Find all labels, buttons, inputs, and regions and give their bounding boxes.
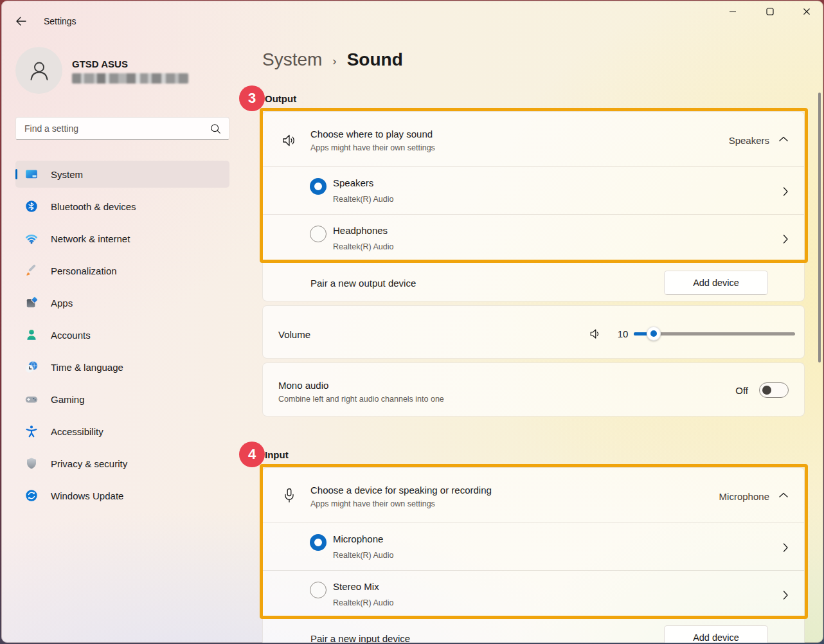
- device-detail: Realtek(R) Audio: [333, 195, 394, 204]
- chevron-right-icon[interactable]: [782, 542, 789, 553]
- chevron-right-icon[interactable]: [782, 234, 789, 244]
- sidebar-item-label: Apps: [51, 298, 73, 309]
- search-box[interactable]: [15, 117, 229, 140]
- breadcrumb-parent[interactable]: System: [262, 49, 322, 70]
- sidebar-item-label: Personalization: [51, 265, 117, 276]
- breadcrumb: System › Sound: [262, 49, 403, 70]
- choose-input-title: Choose a device for speaking or recordin…: [310, 485, 492, 496]
- person-icon: [27, 58, 51, 83]
- input-section-label: Input: [265, 449, 289, 460]
- device-name: Microphone: [333, 533, 383, 544]
- search-icon: [210, 123, 221, 134]
- input-device-row-stereo-mix[interactable]: Stereo Mix Realtek(R) Audio: [263, 570, 804, 618]
- time-language-icon: [25, 361, 38, 373]
- pair-input-row: Pair a new input device Add device: [263, 618, 804, 643]
- sidebar-item-system[interactable]: System: [15, 161, 229, 188]
- sidebar-item-bluetooth-devices[interactable]: Bluetooth & devices: [15, 193, 229, 220]
- sidebar-item-time-language[interactable]: Time & language: [15, 353, 229, 380]
- input-device-group: Choose a device for speaking or recordin…: [262, 467, 805, 643]
- choose-output-title: Choose where to play sound: [310, 129, 433, 139]
- add-output-device-button[interactable]: Add device: [664, 271, 768, 295]
- choose-input-subtitle: Apps might have their own settings: [310, 499, 435, 508]
- personalization-icon: [25, 264, 38, 277]
- avatar[interactable]: [15, 47, 62, 94]
- sidebar-item-label: Accounts: [51, 330, 91, 341]
- sidebar-item-apps[interactable]: Apps: [15, 289, 229, 316]
- radio-selected[interactable]: [310, 178, 327, 195]
- sidebar-item-windows-update[interactable]: Windows Update: [15, 482, 229, 509]
- search-input[interactable]: [24, 118, 204, 139]
- device-name: Headphones: [333, 225, 388, 236]
- sidebar-item-label: Accessibility: [51, 426, 103, 437]
- chevron-right-icon[interactable]: [782, 186, 789, 197]
- device-detail: Realtek(R) Audio: [333, 242, 394, 251]
- sidebar-item-accounts[interactable]: Accounts: [15, 321, 229, 348]
- mono-audio-toggle[interactable]: [759, 382, 789, 398]
- output-device-group: Choose where to play sound Apps might ha…: [262, 111, 805, 301]
- back-button[interactable]: [14, 14, 28, 28]
- output-device-row-headphones[interactable]: Headphones Realtek(R) Audio: [263, 214, 804, 262]
- volume-label: Volume: [278, 329, 310, 340]
- step-3-badge: 3: [239, 85, 265, 111]
- sidebar-item-privacy-security[interactable]: Privacy & security: [15, 450, 229, 477]
- radio-unselected[interactable]: [310, 582, 327, 598]
- sidebar-item-accessibility[interactable]: Accessibility: [15, 418, 229, 445]
- radio-unselected[interactable]: [310, 226, 327, 242]
- sidebar-item-label: Time & language: [51, 362, 123, 373]
- input-device-row-microphone[interactable]: Microphone Realtek(R) Audio: [263, 523, 804, 570]
- main-content: System › Sound 3 Output Choose where to …: [262, 1, 805, 643]
- radio-selected[interactable]: [310, 534, 327, 551]
- apps-icon: [25, 296, 38, 309]
- chevron-up-icon[interactable]: [778, 136, 789, 143]
- input-section-header: 4 Input: [264, 442, 289, 467]
- volume-slider-thumb[interactable]: [647, 326, 661, 341]
- device-name: Speakers: [333, 177, 373, 188]
- chevron-right-icon[interactable]: [782, 590, 789, 600]
- device-detail: Realtek(R) Audio: [333, 598, 394, 607]
- volume-card: Volume 10: [262, 305, 805, 359]
- input-selected-value: Microphone: [719, 491, 769, 502]
- mono-audio-state: Off: [735, 385, 748, 396]
- sidebar-item-label: Network & internet: [51, 233, 130, 244]
- output-section-header: 3 Output: [264, 85, 296, 111]
- volume-value: 10: [615, 328, 631, 339]
- microphone-icon: [283, 488, 296, 503]
- sidebar-item-label: System: [51, 169, 83, 180]
- windows-update-icon: [25, 489, 38, 502]
- chevron-up-icon[interactable]: [778, 492, 789, 499]
- pair-input-label: Pair a new input device: [310, 633, 410, 643]
- bluetooth-icon: [25, 200, 38, 213]
- device-name: Stereo Mix: [333, 581, 379, 592]
- account-name: GTSD ASUS: [72, 58, 128, 69]
- output-section-label: Output: [265, 93, 296, 104]
- choose-output-row[interactable]: Choose where to play sound Apps might ha…: [263, 112, 804, 166]
- account-email-blurred: [72, 73, 188, 84]
- selected-accent-bar: [15, 169, 17, 179]
- back-arrow-icon: [14, 14, 28, 28]
- breadcrumb-separator-icon: ›: [332, 54, 336, 68]
- speaker-icon: [282, 133, 296, 148]
- app-title: Settings: [44, 16, 76, 26]
- page-title: Sound: [347, 49, 403, 70]
- mono-audio-card: Mono audio Combine left and right audio …: [262, 362, 805, 416]
- accessibility-icon: [25, 425, 38, 438]
- pair-output-row: Pair a new output device Add device: [263, 262, 804, 301]
- sidebar-item-label: Privacy & security: [51, 458, 127, 469]
- mono-audio-subtitle: Combine left and right audio channels in…: [278, 395, 444, 404]
- output-device-row-speakers[interactable]: Speakers Realtek(R) Audio: [263, 166, 804, 214]
- scrollbar-thumb[interactable]: [818, 93, 821, 362]
- network-icon: [25, 232, 38, 245]
- sidebar-item-gaming[interactable]: Gaming: [15, 386, 229, 413]
- sidebar-item-network-internet[interactable]: Network & internet: [15, 225, 229, 252]
- mono-audio-title: Mono audio: [278, 380, 328, 391]
- settings-window: Settings GTSD ASUS SystemBluetooth & dev…: [1, 1, 823, 643]
- choose-input-row[interactable]: Choose a device for speaking or recordin…: [263, 468, 804, 523]
- gaming-icon: [25, 393, 38, 406]
- toggle-knob: [762, 386, 771, 395]
- output-selected-value: Speakers: [729, 135, 769, 146]
- add-input-device-button[interactable]: Add device: [664, 625, 768, 643]
- sidebar-item-personalization[interactable]: Personalization: [15, 257, 229, 284]
- privacy-icon: [25, 457, 38, 470]
- sidebar-item-label: Windows Update: [51, 490, 123, 501]
- volume-speaker-icon: [589, 328, 602, 340]
